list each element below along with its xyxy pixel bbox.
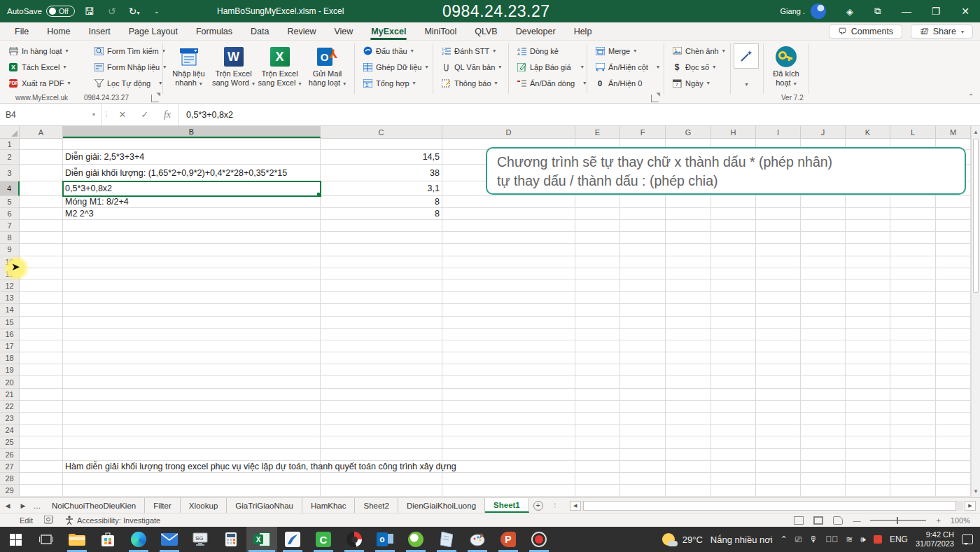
cell-B5[interactable]: Móng M1: 8/2+4 [63, 196, 321, 208]
cell-J26[interactable] [801, 449, 846, 461]
col-header-B[interactable]: B [63, 126, 321, 138]
cell-D18[interactable] [442, 352, 575, 364]
cell-E6[interactable] [575, 208, 620, 220]
tab-developer[interactable]: Developer [507, 22, 565, 40]
tab-view[interactable]: View [325, 22, 362, 40]
cell-B27[interactable]: Hàm diễn giải khối lượng trong excel phụ… [63, 461, 321, 473]
dialog-launcher-icon[interactable] [151, 95, 159, 102]
cell-I17[interactable] [756, 340, 801, 352]
cell-C7[interactable] [321, 220, 442, 232]
notification-center-icon[interactable] [962, 534, 973, 544]
cell-J23[interactable] [801, 413, 846, 425]
row-header-17[interactable]: 17 [0, 340, 20, 352]
cell-J21[interactable] [801, 389, 846, 401]
vscroll-thumb[interactable] [973, 139, 979, 293]
cell-B14[interactable] [63, 304, 321, 316]
tab-page-layout[interactable]: Page Layout [120, 22, 187, 40]
cell-D29[interactable] [442, 485, 575, 497]
cell-B24[interactable] [63, 425, 321, 436]
cell-C24[interactable] [321, 425, 442, 436]
cell-H27[interactable] [711, 461, 756, 473]
cell-F20[interactable] [620, 376, 666, 388]
cell-G20[interactable] [666, 376, 711, 388]
cell-H25[interactable] [711, 436, 756, 448]
cell-G26[interactable] [666, 449, 711, 461]
namebox-dropdown-icon[interactable]: ▾ [92, 111, 95, 118]
cell-G8[interactable] [666, 232, 711, 244]
cell-I19[interactable] [756, 364, 801, 376]
cell-I14[interactable] [756, 304, 801, 316]
select-all-corner[interactable] [0, 126, 20, 138]
cell-L26[interactable] [890, 449, 936, 461]
tray-expand-icon[interactable]: ⌃ [780, 534, 788, 544]
cell-J16[interactable] [801, 329, 846, 340]
tray-wifi-icon[interactable]: ≋ [846, 534, 853, 544]
cell-I13[interactable] [756, 292, 801, 304]
cell-H28[interactable] [711, 473, 756, 485]
cell-M23[interactable] [936, 413, 971, 425]
sheet-nav-left-icon[interactable]: ◀ [0, 498, 15, 513]
cell-E20[interactable] [575, 376, 620, 388]
cell-B21[interactable] [63, 389, 321, 401]
tab-file[interactable]: File [6, 22, 38, 40]
qat-customize-icon[interactable]: ⌄ [149, 8, 164, 15]
taskbar-excel-icon[interactable]: X [246, 527, 277, 552]
cell-M15[interactable] [936, 317, 971, 329]
taskbar-mail-icon[interactable] [154, 527, 185, 552]
hide-stretch-rows-button[interactable]: Ẩn/Dãn dòng▾ [514, 76, 588, 90]
cell-M24[interactable] [936, 425, 971, 436]
cell-J19[interactable] [801, 364, 846, 376]
cell-E27[interactable] [575, 461, 620, 473]
insert-image-button[interactable]: Chèn ảnh▾ [669, 43, 727, 58]
cell-E17[interactable] [575, 340, 620, 352]
cell-C22[interactable] [321, 401, 442, 413]
cell-M27[interactable] [936, 461, 971, 473]
cell-F23[interactable] [620, 413, 666, 425]
zoom-slider[interactable] [870, 520, 926, 521]
cell-D26[interactable] [442, 449, 575, 461]
cell-J11[interactable] [801, 268, 846, 280]
collapse-ribbon-icon[interactable]: ⌃ [968, 92, 974, 100]
cell-D11[interactable] [442, 268, 575, 280]
cell-L27[interactable] [890, 461, 936, 473]
autosave-toggle[interactable]: AutoSave Off [7, 6, 75, 17]
cell-L9[interactable] [890, 244, 936, 256]
cell-B4[interactable]: 0,5*3+0,8x2 [63, 181, 321, 196]
cell-F6[interactable] [620, 208, 666, 220]
row-header-29[interactable]: 29 [0, 485, 20, 497]
cell-A26[interactable] [20, 449, 63, 461]
row-header-5[interactable]: 5 [0, 196, 20, 208]
cell-E5[interactable] [575, 196, 620, 208]
cell-H21[interactable] [711, 389, 756, 401]
tab-insert[interactable]: Insert [80, 22, 120, 40]
cell-J5[interactable] [801, 196, 846, 208]
sheet-tab-sheet1[interactable]: Sheet1 [485, 498, 529, 513]
cell-H9[interactable] [711, 244, 756, 256]
cell-H18[interactable] [711, 352, 756, 364]
weather-icon[interactable] [662, 533, 675, 546]
cell-L25[interactable] [890, 436, 936, 448]
cell-K23[interactable] [846, 413, 890, 425]
page-layout-view-icon[interactable] [813, 516, 823, 525]
cell-F15[interactable] [620, 317, 666, 329]
cell-D13[interactable] [442, 292, 575, 304]
cell-L23[interactable] [890, 413, 936, 425]
cell-A24[interactable] [20, 425, 63, 436]
sheet-tab-giatrigiaonhau[interactable]: GiaTriGiaoNhau [227, 498, 302, 513]
cell-J27[interactable] [801, 461, 846, 473]
cell-I26[interactable] [756, 449, 801, 461]
cell-C13[interactable] [321, 292, 442, 304]
row-header-8[interactable]: 8 [0, 232, 20, 244]
cell-H22[interactable] [711, 401, 756, 413]
cell-M18[interactable] [936, 352, 971, 364]
cell-E10[interactable] [575, 256, 620, 268]
taskbar-pen-app-icon[interactable] [277, 527, 308, 552]
cell-G28[interactable] [666, 473, 711, 485]
cell-F7[interactable] [620, 220, 666, 232]
cell-E28[interactable] [575, 473, 620, 485]
tab-myexcel[interactable]: MyExcel [362, 22, 415, 40]
cell-F26[interactable] [620, 449, 666, 461]
cell-F14[interactable] [620, 304, 666, 316]
cell-L17[interactable] [890, 340, 936, 352]
cell-M13[interactable] [936, 292, 971, 304]
